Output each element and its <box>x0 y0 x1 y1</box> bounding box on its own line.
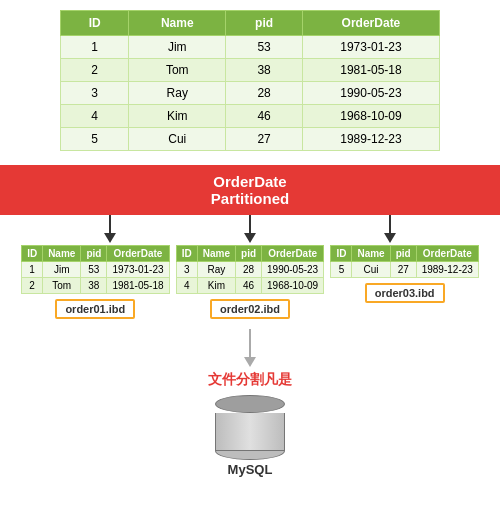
table-cell: 38 <box>81 278 107 294</box>
table-cell: 3 <box>61 82 129 105</box>
table-cell: Jim <box>43 262 81 278</box>
table-row: 3Ray281990-05-23 <box>61 82 440 105</box>
cylinder-shape <box>215 395 285 460</box>
table-row: 1Jim531973-01-23 <box>22 262 169 278</box>
table-cell: 4 <box>61 105 129 128</box>
partition-tables-row: IDNamepidOrderDate1Jim531973-01-232Tom38… <box>0 243 500 319</box>
table-cell: 28 <box>226 82 303 105</box>
table-cell: Cui <box>352 262 390 278</box>
top-table-section: IDNamepidOrderDate 1Jim531973-01-232Tom3… <box>0 0 500 151</box>
table-cell: Ray <box>197 262 235 278</box>
table-header-row: IDNamepidOrderDate <box>22 246 169 262</box>
column-header: ID <box>331 246 352 262</box>
table-cell: 1973-01-23 <box>107 262 169 278</box>
table-cell: 1989-12-23 <box>416 262 478 278</box>
table-cell: 1981-05-18 <box>302 59 439 82</box>
table-row: 4Kim461968-10-09 <box>176 278 323 294</box>
arrows-from-banner <box>0 215 500 243</box>
arrow-right <box>384 215 396 243</box>
table-row: 2Tom381981-05-18 <box>61 59 440 82</box>
table-cell: 1 <box>61 36 129 59</box>
table-cell: 1 <box>22 262 43 278</box>
small-table: IDNamepidOrderDate5Cui271989-12-23 <box>330 245 478 278</box>
column-header: OrderDate <box>416 246 478 262</box>
table-cell: 53 <box>81 262 107 278</box>
table-cell: Kim <box>197 278 235 294</box>
table-row: 3Ray281990-05-23 <box>176 262 323 278</box>
column-header: pid <box>81 246 107 262</box>
table-cell: 27 <box>390 262 416 278</box>
file-label: order01.ibd <box>55 299 135 319</box>
cylinder-top <box>215 395 285 413</box>
table-cell: Cui <box>129 128 226 151</box>
cylinder-body <box>215 413 285 451</box>
table-cell: 5 <box>331 262 352 278</box>
small-table: IDNamepidOrderDate1Jim531973-01-232Tom38… <box>21 245 169 294</box>
column-header: pid <box>236 246 262 262</box>
table-cell: Kim <box>129 105 226 128</box>
arrow-head-gray <box>244 357 256 367</box>
table-cell: 1981-05-18 <box>107 278 169 294</box>
table-header-row: IDNamepidOrderDate <box>176 246 323 262</box>
partition-banner: OrderDate Partitioned <box>0 165 500 215</box>
table-cell: Ray <box>129 82 226 105</box>
table-header-row: IDNamepidOrderDate <box>331 246 478 262</box>
column-header: Name <box>352 246 390 262</box>
table-cell: 2 <box>61 59 129 82</box>
table-row: 1Jim531973-01-23 <box>61 36 440 59</box>
table-cell: 1990-05-23 <box>302 82 439 105</box>
column-header: ID <box>61 11 129 36</box>
column-header: pid <box>390 246 416 262</box>
table-cell: 2 <box>22 278 43 294</box>
column-header: OrderDate <box>262 246 324 262</box>
table-cell: 27 <box>226 128 303 151</box>
banner-line2: Partitioned <box>211 190 289 207</box>
mysql-label: MySQL <box>228 462 273 477</box>
arrow-line <box>389 215 391 233</box>
banner-line1: OrderDate <box>213 173 286 190</box>
table-row: 5Cui271989-12-23 <box>61 128 440 151</box>
table-cell: 46 <box>236 278 262 294</box>
arrow-line <box>249 215 251 233</box>
column-header: pid <box>226 11 303 36</box>
bottom-section: 文件分割凡是 MySQL <box>0 329 500 477</box>
file-label: order02.ibd <box>210 299 290 319</box>
partition-table-1: IDNamepidOrderDate1Jim531973-01-232Tom38… <box>21 245 169 319</box>
main-table: IDNamepidOrderDate 1Jim531973-01-232Tom3… <box>60 10 440 151</box>
arrow-center <box>244 215 256 243</box>
column-header: OrderDate <box>302 11 439 36</box>
table-cell: 1973-01-23 <box>302 36 439 59</box>
column-header: Name <box>129 11 226 36</box>
arrow-head <box>384 233 396 243</box>
column-header: ID <box>22 246 43 262</box>
table-row: 5Cui271989-12-23 <box>331 262 478 278</box>
column-header: Name <box>43 246 81 262</box>
table-cell: 46 <box>226 105 303 128</box>
table-cell: Jim <box>129 36 226 59</box>
table-cell: 4 <box>176 278 197 294</box>
table-cell: 38 <box>226 59 303 82</box>
file-label: order03.ibd <box>365 283 445 303</box>
table-cell: 1989-12-23 <box>302 128 439 151</box>
table-cell: Tom <box>43 278 81 294</box>
small-table: IDNamepidOrderDate3Ray281990-05-234Kim46… <box>176 245 324 294</box>
table-cell: 28 <box>236 262 262 278</box>
column-header: OrderDate <box>107 246 169 262</box>
arrow-line <box>109 215 111 233</box>
partition-table-2: IDNamepidOrderDate3Ray281990-05-234Kim46… <box>176 245 324 319</box>
table-row: 2Tom381981-05-18 <box>22 278 169 294</box>
column-header: ID <box>176 246 197 262</box>
table-cell: 1968-10-09 <box>302 105 439 128</box>
arrow-head <box>104 233 116 243</box>
center-arrow <box>244 329 256 367</box>
column-header: Name <box>197 246 235 262</box>
table-cell: 53 <box>226 36 303 59</box>
table-row: 4Kim461968-10-09 <box>61 105 440 128</box>
arrow-left <box>104 215 116 243</box>
table-cell: Tom <box>129 59 226 82</box>
table-cell: 1968-10-09 <box>262 278 324 294</box>
table-cell: 1990-05-23 <box>262 262 324 278</box>
arrow-line-long <box>249 329 251 357</box>
arrow-head <box>244 233 256 243</box>
table-cell: 3 <box>176 262 197 278</box>
